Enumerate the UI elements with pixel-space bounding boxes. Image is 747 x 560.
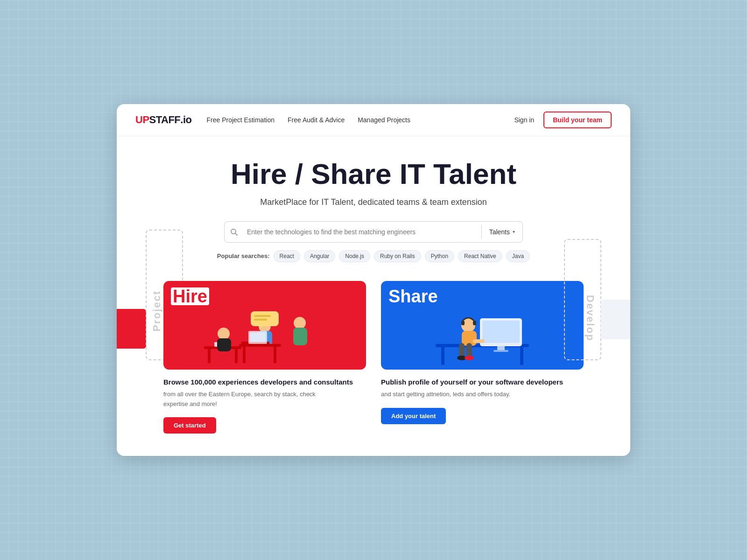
svg-rect-31 — [473, 339, 485, 343]
sign-in-link[interactable]: Sign in — [514, 116, 534, 124]
svg-rect-12 — [250, 332, 266, 342]
develop-label: Develop — [584, 295, 596, 342]
svg-point-6 — [218, 328, 230, 340]
tag-angular[interactable]: Angular — [304, 250, 335, 262]
left-red-block — [117, 309, 146, 349]
tag-ruby[interactable]: Ruby on Rails — [374, 250, 421, 262]
svg-rect-18 — [243, 347, 246, 363]
cards-section: Project Hire — [117, 281, 630, 456]
logo-staff: STAFF — [149, 114, 181, 126]
svg-rect-33 — [466, 343, 472, 357]
talents-dropdown[interactable]: Talents ▾ — [482, 228, 522, 236]
share-card: Share — [381, 281, 584, 434]
svg-rect-19 — [274, 347, 276, 363]
svg-rect-36 — [461, 321, 465, 325]
hire-card: Hire — [163, 281, 366, 434]
svg-rect-16 — [254, 319, 267, 321]
hero-title: Hire / Share IT Talent — [135, 159, 612, 189]
nav-actions: Sign in Build your team — [514, 112, 612, 128]
nav-link-projects[interactable]: Managed Projects — [358, 116, 410, 124]
svg-rect-37 — [473, 321, 476, 325]
nav-link-audit[interactable]: Free Audit & Advice — [288, 116, 345, 124]
hero-subtitle: MarketPlace for IT Talent, dedicated tea… — [135, 197, 612, 207]
browser-window: UPSTAFF.io Free Project Estimation Free … — [117, 104, 630, 456]
svg-rect-3 — [208, 349, 211, 363]
logo[interactable]: UPSTAFF.io — [135, 114, 191, 126]
svg-line-1 — [235, 233, 237, 235]
build-team-button[interactable]: Build your team — [543, 112, 612, 128]
popular-label: Popular searches: — [217, 252, 270, 259]
tag-react[interactable]: React — [274, 250, 300, 262]
right-block — [601, 300, 630, 339]
svg-point-20 — [294, 317, 306, 329]
hire-card-image: Hire — [163, 281, 366, 370]
search-input[interactable] — [243, 222, 481, 242]
project-label: Project — [151, 290, 163, 332]
nav-links: Free Project Estimation Free Audit & Adv… — [206, 116, 499, 124]
popular-searches: Popular searches: React Angular Node.js … — [135, 250, 612, 262]
svg-rect-24 — [520, 347, 523, 365]
search-icon — [225, 228, 243, 236]
svg-rect-26 — [482, 321, 520, 343]
search-bar: Talents ▾ — [224, 221, 523, 243]
tag-python[interactable]: Python — [425, 250, 454, 262]
nav-link-estimation[interactable]: Free Project Estimation — [206, 116, 275, 124]
hire-card-desc: from all over the Eastern Europe, search… — [163, 390, 366, 409]
share-card-image: Share — [381, 281, 584, 370]
svg-rect-23 — [441, 347, 444, 365]
svg-rect-17 — [239, 344, 281, 347]
svg-rect-28 — [493, 350, 508, 352]
logo-up: UP — [135, 114, 149, 126]
share-card-desc: and start getting attnetion, leds and of… — [381, 390, 584, 399]
hero-section: Hire / Share IT Talent MarketPlace for I… — [117, 136, 630, 262]
share-card-title: Publish profile of yourself or your soft… — [381, 378, 584, 386]
svg-rect-4 — [235, 349, 238, 363]
svg-rect-7 — [217, 338, 231, 351]
chevron-down-icon: ▾ — [513, 229, 515, 234]
tag-java[interactable]: Java — [506, 250, 530, 262]
svg-rect-21 — [293, 328, 307, 345]
hire-card-title: Browse 100,000 experiences developers an… — [163, 378, 366, 386]
tag-nodejs[interactable]: Node.js — [339, 250, 370, 262]
svg-point-35 — [465, 356, 474, 360]
svg-rect-32 — [459, 343, 465, 357]
svg-rect-15 — [254, 315, 271, 317]
add-talent-button[interactable]: Add your talent — [381, 408, 446, 424]
get-started-button[interactable]: Get started — [163, 417, 216, 434]
tag-react-native[interactable]: React Native — [458, 250, 502, 262]
dropdown-label: Talents — [489, 228, 510, 236]
navbar: UPSTAFF.io Free Project Estimation Free … — [117, 104, 630, 136]
logo-dot: .io — [180, 114, 191, 126]
svg-rect-27 — [497, 346, 505, 350]
